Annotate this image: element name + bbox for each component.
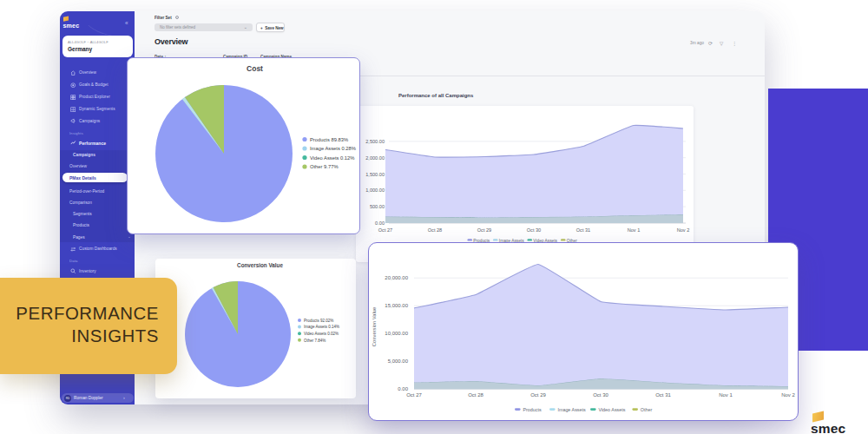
svg-text:Nov 2: Nov 2 xyxy=(781,392,795,398)
svg-text:0.00: 0.00 xyxy=(398,386,408,391)
svg-text:Oct 27: Oct 27 xyxy=(406,392,422,398)
svg-text:500.00: 500.00 xyxy=(370,204,385,209)
svg-text:Oct 27: Oct 27 xyxy=(378,227,392,232)
svg-text:Other 9.77%: Other 9.77% xyxy=(310,164,339,169)
svg-text:Oct 31: Oct 31 xyxy=(655,392,671,398)
svg-text:Other: Other xyxy=(640,407,652,412)
svg-text:Video Assets: Video Assets xyxy=(598,407,625,412)
svg-text:Video Assets 0.12%: Video Assets 0.12% xyxy=(310,155,354,161)
svg-text:Oct 31: Oct 31 xyxy=(576,227,590,232)
svg-text:Products 89.83%: Products 89.83% xyxy=(310,137,348,142)
svg-text:Oct 28: Oct 28 xyxy=(428,227,442,232)
svg-text:Image Assets 0.28%: Image Assets 0.28% xyxy=(310,146,356,151)
svg-text:Nov 2: Nov 2 xyxy=(677,227,690,232)
svg-text:Nov 1: Nov 1 xyxy=(719,392,733,398)
svg-text:Oct 28: Oct 28 xyxy=(468,392,483,398)
svg-text:Oct 29: Oct 29 xyxy=(530,392,546,398)
svg-text:20,000.00: 20,000.00 xyxy=(385,275,408,280)
svg-text:Video Assets 0.02%: Video Assets 0.02% xyxy=(304,332,339,336)
svg-text:15,000.00: 15,000.00 xyxy=(385,303,408,308)
svg-text:Oct 29: Oct 29 xyxy=(477,227,491,232)
svg-text:1,000.00: 1,000.00 xyxy=(365,187,385,193)
svg-text:0.00: 0.00 xyxy=(375,220,385,225)
svg-text:Other 7.84%: Other 7.84% xyxy=(304,339,326,343)
svg-text:2,500.00: 2,500.00 xyxy=(365,138,385,143)
svg-text:5,000.00: 5,000.00 xyxy=(387,358,408,364)
svg-text:Image Assets 0.14%: Image Assets 0.14% xyxy=(304,325,339,329)
svg-text:Conversion Value: Conversion Value xyxy=(372,307,377,346)
svg-text:Products 92.02%: Products 92.02% xyxy=(304,319,333,323)
svg-text:Nov 1: Nov 1 xyxy=(628,227,641,232)
svg-text:Oct 30: Oct 30 xyxy=(527,227,541,232)
svg-text:Oct 30: Oct 30 xyxy=(593,392,608,398)
svg-text:Image Assets: Image Assets xyxy=(557,407,586,412)
svg-text:1,500.00: 1,500.00 xyxy=(365,171,385,176)
svg-text:10,000.00: 10,000.00 xyxy=(385,331,408,336)
svg-text:Products: Products xyxy=(523,407,542,412)
svg-text:2,000.00: 2,000.00 xyxy=(365,155,385,160)
